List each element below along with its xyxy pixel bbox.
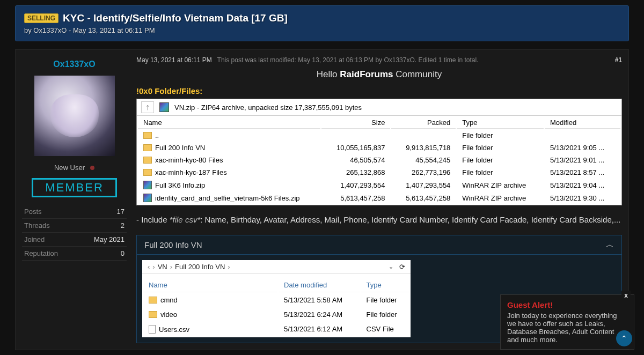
folder-icon: [143, 132, 152, 139]
stat-threads-label: Threads: [24, 221, 50, 230]
archive-path: VN.zip - ZIP64 archive, unpacked size 17…: [174, 103, 362, 112]
avatar[interactable]: [34, 76, 115, 156]
exp-col-type: Type: [361, 278, 409, 292]
table-row: Users.csv5/13/2021 6:12 AMCSV File: [143, 322, 409, 336]
stat-joined-value: May 2021: [94, 235, 125, 243]
archive-icon: [143, 194, 152, 202]
folder-heading: !0x0 Folder/Files:: [136, 86, 622, 95]
guest-alert: x Guest Alert! Join today to experience …: [500, 294, 634, 350]
winrar-icon: [159, 102, 169, 112]
stat-joined-label: Joined: [24, 235, 45, 243]
folder-icon: [143, 169, 152, 176]
chevron-up-icon: ︿: [606, 240, 614, 250]
table-row: Full 3K6 Info.zip1,407,293,5541,407,293,…: [138, 179, 620, 191]
thread-title: KYC - Identify/Selfie/Info Vietnam Data …: [63, 12, 288, 24]
member-badge: MEMBER: [32, 178, 117, 197]
dropdown-icon: ⌄: [389, 263, 393, 270]
stat-rep-label: Reputation: [24, 249, 58, 257]
folder-icon: [149, 311, 157, 318]
col-type: Type: [457, 117, 544, 129]
online-indicator-icon: [90, 166, 94, 170]
folder-icon: [149, 297, 157, 304]
table-row: Full 200 Info VN10,055,165,8379,913,815,…: [138, 142, 620, 153]
file-icon: [149, 325, 156, 334]
chevron-up-icon: ⌃: [621, 334, 627, 343]
post-number-link[interactable]: #1: [615, 56, 622, 64]
folder-icon: [143, 157, 152, 164]
tag-selling: SELLING: [24, 13, 58, 23]
author-stats: Posts17 Threads2 JoinedMay 2021 Reputati…: [22, 205, 127, 261]
scroll-top-button[interactable]: ⌃: [616, 330, 632, 346]
exp-col-name: Name: [143, 278, 277, 292]
exp-col-modified: Date modified: [279, 278, 360, 292]
post-edit-note: This post was last modified: May 13, 202…: [217, 56, 479, 64]
stat-rep-value[interactable]: 0: [121, 249, 125, 257]
include-description: - Include *file csv*: Name, Birthday, Av…: [136, 214, 622, 226]
col-name: Name: [138, 117, 320, 129]
winrar-screenshot: ↑ VN.zip - ZIP64 archive, unpacked size …: [136, 99, 622, 205]
close-icon[interactable]: x: [621, 291, 631, 300]
table-row: xac-minh-kyc-187 Files265,132,868262,773…: [138, 167, 620, 178]
col-packed: Packed: [391, 117, 456, 129]
thread-subtitle: by Ox1337xO - May 13, 2021 at 06:11 PM: [24, 26, 620, 34]
expander-title: Full 200 Info VN: [144, 240, 202, 249]
author-name-link[interactable]: Ox1337xO: [53, 60, 95, 69]
explorer-screenshot: ‹ › VN › Full 200 Info VN › ⌄ ⟳ Name: [142, 260, 411, 337]
table-row: xac-minh-kyc-80 Files46,505,57445,554,24…: [138, 154, 620, 166]
stat-posts-label: Posts: [24, 208, 42, 216]
archive-icon: [143, 181, 152, 189]
author-column: Ox1337xO New User MEMBER Posts17 Threads…: [22, 56, 127, 343]
expander-header[interactable]: Full 200 Info VN ︿: [136, 235, 622, 255]
col-size: Size: [321, 117, 390, 129]
post-timestamp[interactable]: May 13, 2021 at 06:11 PM: [136, 56, 212, 64]
col-modified: Modified: [545, 117, 620, 129]
folder-icon: [143, 144, 152, 151]
stat-posts-value[interactable]: 17: [117, 208, 125, 216]
up-arrow-icon: ↑: [141, 101, 154, 113]
breadcrumb: ‹ › VN › Full 200 Info VN › ⌄ ⟳: [142, 260, 411, 274]
table-row: cmnd5/13/2021 5:58 AMFile folder: [143, 293, 409, 307]
post-greeting: Hello RaidForums Community: [136, 69, 622, 80]
stat-threads-value[interactable]: 2: [121, 221, 125, 230]
thread-header: SELLING KYC - Identify/Selfie/Info Vietn…: [15, 5, 629, 41]
author-role: New User: [54, 164, 85, 172]
alert-body: Join today to experience everything we h…: [507, 312, 627, 344]
table-row: video5/13/2021 6:24 AMFile folder: [143, 308, 409, 321]
alert-title: Guest Alert!: [507, 300, 627, 309]
table-row: ..File folder: [138, 130, 620, 141]
refresh-icon: ⟳: [399, 263, 405, 271]
table-row: idenfity_card_and_selfie_vietnam-5k6 Fil…: [138, 192, 620, 204]
